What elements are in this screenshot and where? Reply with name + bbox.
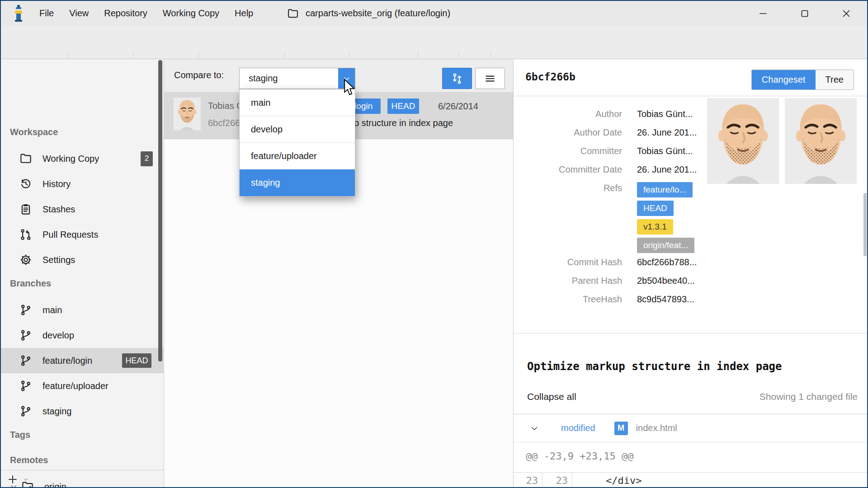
sidebar-footer [1, 470, 164, 488]
file-name: index.html [636, 423, 677, 433]
pull-request-icon [19, 228, 33, 241]
branch-icon [19, 404, 33, 418]
sidebar-branch-main[interactable]: main [1, 297, 164, 323]
close-button[interactable] [826, 1, 867, 26]
dropdown-option-feature-uploader[interactable]: feature/uploader [240, 143, 355, 169]
changeset-tab[interactable]: Changeset [752, 70, 816, 89]
toolbar [1, 26, 867, 59]
sidebar-item-working-copy[interactable]: Working Copy 2 [1, 146, 164, 171]
divider [514, 333, 868, 333]
diff-old-line-number: 23 [514, 473, 542, 488]
commit-details-panel: 6bcf266b Changeset Tree AuthorTobias Gün… [513, 59, 868, 488]
window-title: carparts-website_orig (feature/login) [287, 1, 450, 26]
working-copy-count-badge: 2 [141, 151, 153, 166]
changed-file-row[interactable]: modified M index.html [514, 414, 868, 442]
sidebar-branch-feature-uploader[interactable]: feature/uploader [1, 373, 164, 399]
compare-branches-button[interactable] [442, 68, 472, 89]
tags-section-header: Tags [10, 430, 30, 440]
ref-badge-tag: v1.3.1 [637, 219, 673, 235]
tree-tab[interactable]: Tree [816, 70, 854, 89]
file-status-badge: M [614, 422, 628, 435]
details-commit-hash-title: 6bcf266b [525, 71, 576, 83]
add-icon[interactable] [7, 474, 18, 485]
titlebar: File View Repository Working Copy Help c… [1, 1, 867, 26]
committer-avatar-large [785, 98, 857, 184]
branches-section-header: Branches [10, 278, 51, 289]
refs-label: Refs [521, 182, 622, 193]
parent-hash-value: 2b504bee40... [637, 275, 695, 286]
compare-to-label: Compare to: [174, 70, 224, 80]
sidebar-item-history[interactable]: History [1, 171, 164, 197]
stash-icon [19, 202, 33, 216]
menu-working-copy[interactable]: Working Copy [155, 1, 227, 26]
menubar: File View Repository Working Copy Help [32, 1, 261, 26]
sidebar-scrollbar[interactable] [158, 60, 162, 361]
chevron-down-icon[interactable] [23, 476, 29, 483]
dropdown-option-develop[interactable]: develop [240, 116, 355, 143]
commit-head-badge: HEAD [387, 99, 419, 114]
history-icon [19, 177, 33, 191]
maximize-button[interactable] [784, 1, 826, 26]
folder-icon [287, 7, 299, 20]
commit-author-avatar [174, 98, 201, 130]
view-toggle: Changeset Tree [751, 70, 854, 90]
sidebar-branch-feature-login[interactable]: feature/login HEAD [1, 348, 164, 373]
compare-bar: Compare to: staging [164, 59, 513, 93]
ref-badge-origin: origin/feat... [637, 238, 694, 253]
folder-icon [19, 152, 33, 165]
sidebar-item-stashes[interactable]: Stashes [1, 197, 164, 222]
app-logo-icon [12, 5, 25, 23]
tree-hash-label: TreeHash [521, 293, 622, 305]
branch-icon [19, 379, 33, 393]
compare-select-value: staging [249, 73, 278, 84]
menu-file[interactable]: File [32, 1, 61, 26]
compare-branch-dropdown: main develop feature/uploader staging [239, 89, 355, 197]
author-date-label: Author Date [521, 127, 622, 138]
chevron-down-icon[interactable] [529, 423, 539, 433]
hamburger-icon [484, 73, 496, 84]
dropdown-option-staging[interactable]: staging [240, 169, 355, 196]
workspace-section-header: Workspace [10, 127, 58, 137]
sidebar-item-settings[interactable]: Settings [1, 247, 164, 272]
committer-date-value: 26. June 201... [637, 164, 697, 175]
author-value: Tobias Günt... [637, 108, 693, 119]
details-scrollbar[interactable] [863, 193, 867, 256]
list-options-button[interactable] [475, 68, 505, 89]
diff-line: 23 23 </div> [514, 472, 868, 488]
commit-date: 6/26/2014 [438, 101, 478, 112]
commit-message-full: Optimize markup structure in index page [527, 360, 782, 373]
menu-help[interactable]: Help [227, 1, 261, 26]
window-title-text: carparts-website_orig (feature/login) [306, 8, 450, 19]
author-label: Author [521, 108, 622, 119]
diff-code: </div> [572, 473, 642, 488]
details-header: 6bcf266b Changeset Tree [514, 59, 868, 96]
sidebar-branch-develop[interactable]: develop [1, 323, 164, 348]
sidebar-branch-staging[interactable]: staging [1, 399, 164, 424]
head-badge: HEAD [122, 353, 151, 368]
tree-hash-value: 8c9d547893... [637, 293, 694, 305]
parent-hash-label: Parent Hash [521, 275, 622, 286]
branch-icon [19, 354, 33, 367]
minimize-button[interactable] [742, 1, 784, 26]
branch-icon [19, 303, 33, 317]
ref-badge-head: HEAD [637, 201, 674, 216]
compare-icon [450, 72, 464, 85]
branch-icon [19, 328, 33, 342]
author-avatar-large [707, 98, 779, 184]
file-status-text: modified [561, 423, 595, 433]
committer-date-label: Committer Date [521, 164, 622, 175]
committer-label: Committer [521, 145, 622, 156]
compare-branch-select[interactable]: staging [239, 68, 355, 89]
menu-view[interactable]: View [61, 1, 96, 26]
sidebar-item-pull-requests[interactable]: Pull Requests [1, 222, 164, 247]
mouse-cursor [342, 79, 358, 97]
refs-badges: feature/lo... HEAD v1.3.1 origin/feat... [637, 182, 694, 253]
dropdown-option-main[interactable]: main [240, 89, 355, 116]
author-date-value: 26. June 201... [637, 127, 697, 138]
remotes-section-header: Remotes [10, 455, 48, 465]
collapse-all-link[interactable]: Collapse all [527, 391, 576, 402]
diff-new-line-number: 23 [542, 473, 572, 488]
diff-hunk-header: @@ -23,9 +23,15 @@ [526, 450, 633, 462]
menu-repository[interactable]: Repository [96, 1, 155, 26]
committer-value: Tobias Günt... [637, 145, 693, 156]
